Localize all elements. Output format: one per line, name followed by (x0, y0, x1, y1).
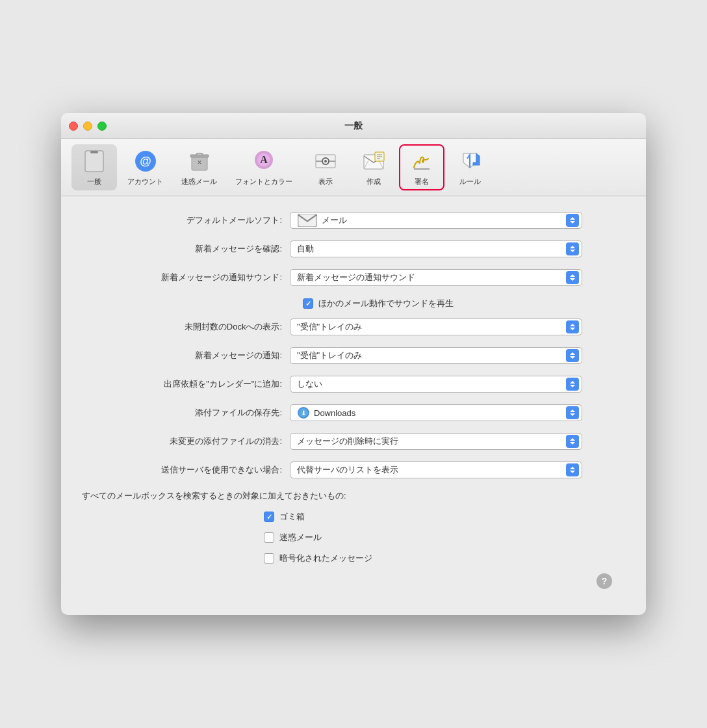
sound-checkbox[interactable] (303, 298, 313, 309)
junk-label: 迷惑メール (181, 177, 217, 187)
encrypted-checkbox-row: 暗号化されたメッセージ (264, 552, 625, 564)
setting-row-send-server: 送信サーバを使用できない場合: 代替サーバのリストを表示 (82, 462, 625, 478)
title-bar: 一般 (61, 113, 646, 139)
notification-sound-value: 新着メッセージの通知サウンド (297, 272, 566, 283)
toolbar-item-junk[interactable]: × 迷惑メール (174, 144, 225, 190)
svg-rect-26 (298, 214, 317, 227)
fonts-label: フォントとカラー (235, 177, 292, 187)
attachment-delete-arrow (566, 435, 579, 448)
settings-content: デフォルトメールソフト: メール 新着メッセージを確認: (61, 196, 646, 615)
accounts-icon: @ (133, 148, 159, 174)
new-notification-control: "受信"トレイのみ (290, 347, 625, 364)
view-icon (313, 148, 339, 174)
minimize-button[interactable] (83, 122, 92, 131)
trash-checkbox-row: ゴミ箱 (264, 511, 625, 523)
window-title: 一般 (344, 120, 363, 132)
toolbar-item-signatures[interactable]: 署名 (399, 144, 444, 190)
svg-text:A: A (260, 154, 268, 165)
svg-rect-5 (190, 155, 209, 157)
junk-mail-checkbox-label: 迷惑メール (279, 532, 322, 543)
default-mail-arrow (566, 214, 579, 227)
close-button[interactable] (69, 122, 78, 131)
view-label: 表示 (318, 177, 333, 187)
unread-dock-label: 未開封数のDockへの表示: (82, 321, 290, 333)
send-server-select[interactable]: 代替サーバのリストを表示 (290, 462, 582, 478)
setting-row-check-mail: 新着メッセージを確認: 自動 (82, 240, 625, 257)
attachment-save-arrow (566, 406, 579, 419)
unread-dock-value: "受信"トレイのみ (297, 321, 566, 333)
encrypted-checkbox-label: 暗号化されたメッセージ (279, 552, 372, 564)
fonts-icon: A (251, 148, 277, 174)
help-button[interactable]: ? (597, 573, 612, 589)
toolbar-item-compose[interactable]: 作成 (351, 144, 396, 190)
notification-sound-select[interactable]: 新着メッセージの通知サウンド (290, 269, 582, 286)
attachment-delete-control: メッセージの削除時に実行 (290, 433, 625, 450)
svg-line-6 (196, 153, 197, 155)
setting-row-attachment-delete: 未変更の添付ファイルの消去: メッセージの削除時に実行 (82, 433, 625, 450)
general-label: 一般 (87, 177, 101, 187)
svg-rect-1 (90, 151, 98, 153)
notification-sound-arrow (566, 271, 579, 284)
check-mail-control: 自動 (290, 240, 625, 257)
maximize-button[interactable] (97, 122, 107, 131)
sound-checkbox-label: ほかのメール動作でサウンドを再生 (318, 298, 454, 309)
toolbar: 一般 @ アカウント × (61, 139, 646, 196)
unread-dock-select[interactable]: "受信"トレイのみ (290, 318, 582, 335)
setting-row-unread-dock: 未開封数のDockへの表示: "受信"トレイのみ (82, 318, 625, 335)
preferences-window: 一般 一般 @ アカウント (61, 113, 646, 615)
default-mail-label: デフォルトメールソフト: (82, 214, 290, 226)
notification-sound-label: 新着メッセージの通知サウンド: (82, 272, 290, 283)
calendar-add-arrow (566, 378, 579, 391)
general-icon (81, 148, 107, 174)
setting-row-new-notification: 新着メッセージの通知: "受信"トレイのみ (82, 347, 625, 364)
check-mail-arrow (566, 242, 579, 255)
toolbar-item-rules[interactable]: ルール (447, 144, 493, 190)
window-controls (69, 122, 107, 131)
default-mail-select[interactable]: メール (290, 212, 582, 229)
setting-row-calendar-add: 出席依頼を"カレンダー"に追加: しない (82, 376, 625, 393)
send-server-label: 送信サーバを使用できない場合: (82, 464, 290, 476)
junk-mail-checkbox[interactable] (264, 532, 274, 543)
attachment-delete-value: メッセージの削除時に実行 (297, 436, 566, 447)
svg-rect-0 (85, 151, 103, 172)
attachment-save-select[interactable]: ⬇ Downloads (290, 404, 582, 421)
attachment-delete-select[interactable]: メッセージの削除時に実行 (290, 433, 582, 450)
default-mail-control: メール (290, 212, 625, 229)
calendar-add-select[interactable]: しない (290, 376, 582, 393)
calendar-add-label: 出席依頼を"カレンダー"に追加: (82, 378, 290, 390)
setting-row-default-mail: デフォルトメールソフト: メール (82, 212, 625, 229)
toolbar-item-view[interactable]: 表示 (303, 144, 348, 190)
junk-icon: × (186, 148, 212, 174)
unread-dock-control: "受信"トレイのみ (290, 318, 625, 335)
toolbar-item-fonts[interactable]: A フォントとカラー (227, 144, 300, 190)
signatures-icon (409, 148, 435, 174)
sound-checkbox-row: ほかのメール動作でサウンドを再生 (303, 298, 625, 309)
attachment-save-value: Downloads (314, 408, 566, 418)
send-server-value: 代替サーバのリストを表示 (297, 464, 566, 476)
trash-checkbox-label: ゴミ箱 (279, 511, 305, 523)
check-mail-select[interactable]: 自動 (290, 240, 582, 257)
new-notification-arrow (566, 349, 579, 362)
setting-row-notification-sound: 新着メッセージの通知サウンド: 新着メッセージの通知サウンド (82, 269, 625, 286)
svg-text:×: × (197, 158, 201, 167)
setting-row-attachment-save: 添付ファイルの保存先: ⬇ Downloads (82, 404, 625, 421)
new-notification-value: "受信"トレイのみ (297, 350, 566, 361)
toolbar-item-general[interactable]: 一般 (71, 144, 117, 190)
encrypted-checkbox[interactable] (264, 553, 274, 564)
search-section-label: すべてのメールボックスを検索するときの対象に加えておきたいもの: (82, 490, 625, 502)
check-mail-value: 自動 (297, 243, 566, 255)
svg-point-15 (324, 160, 327, 162)
notification-sound-control: 新着メッセージの通知サウンド (290, 269, 625, 286)
attachment-delete-label: 未変更の添付ファイルの消去: (82, 436, 290, 447)
svg-line-7 (202, 153, 203, 155)
new-notification-select[interactable]: "受信"トレイのみ (290, 347, 582, 364)
new-notification-label: 新着メッセージの通知: (82, 350, 290, 361)
default-mail-value: メール (322, 214, 566, 226)
trash-checkbox[interactable] (264, 512, 274, 522)
accounts-label: アカウント (127, 177, 163, 187)
send-server-arrow (566, 463, 579, 476)
toolbar-item-accounts[interactable]: @ アカウント (120, 144, 171, 190)
search-section: すべてのメールボックスを検索するときの対象に加えておきたいもの: ゴミ箱 迷惑メ… (82, 490, 625, 599)
rules-icon (457, 148, 483, 174)
compose-label: 作成 (366, 177, 381, 187)
